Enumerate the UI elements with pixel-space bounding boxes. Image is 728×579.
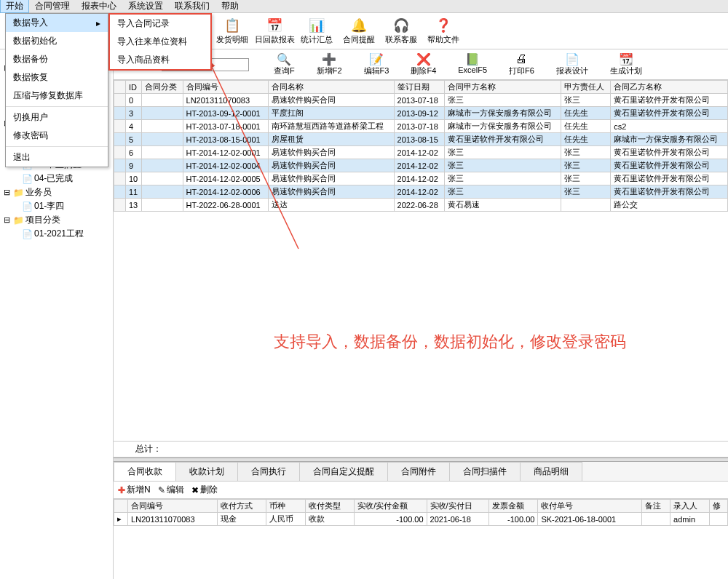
tab-商品明细[interactable]: 商品明细: [520, 462, 582, 481]
tab-合同收款[interactable]: 合同收款: [114, 462, 176, 481]
action-生成计划[interactable]: 📆生成计划: [610, 52, 642, 76]
发货明细-icon: 📋: [224, 17, 240, 33]
expand-icon[interactable]: ⊟: [1, 188, 12, 198]
menu-report[interactable]: 报表中心: [76, 0, 122, 13]
col-header[interactable]: 甲方责任人: [561, 81, 611, 94]
sub-col-header[interactable]: 合同编号: [128, 500, 218, 513]
expand-icon[interactable]: [10, 229, 20, 239]
menu-settings[interactable]: 系统设置: [122, 0, 169, 13]
toolbar-合同提醒[interactable]: 🔔合同提醒: [338, 15, 380, 48]
toolbar-发货明细[interactable]: 📋发货明细: [211, 15, 253, 48]
folder-icon: 📄: [22, 229, 33, 239]
table-row[interactable]: 4HT-2013-07-18-0001南环路慧垣西路等道路桥梁工程2013-07…: [114, 120, 728, 133]
expand-icon[interactable]: [10, 201, 20, 212]
menu-exit[interactable]: 退出: [6, 148, 108, 167]
sub-col-header[interactable]: 实收/实付金额: [355, 500, 427, 513]
menu-backup[interactable]: 数据备份: [6, 50, 108, 68]
plus-icon: ✚: [118, 485, 125, 495]
table-row[interactable]: 5HT-2013-08-15-0001房屋租赁2013-08-15黄石里诺软件开…: [114, 133, 728, 146]
import-product[interactable]: 导入商品资料: [110, 51, 210, 69]
menu-contract[interactable]: 合同管理: [29, 0, 76, 13]
sub-col-header[interactable]: 币种: [266, 500, 305, 513]
toolbar-label: 发货明细: [216, 34, 248, 45]
folder-icon: 📁: [13, 188, 24, 198]
action-ExcelF5[interactable]: 📗ExcelF5: [458, 52, 487, 76]
新增F2-icon: ➕: [322, 52, 336, 65]
toolbar-帮助文件[interactable]: ❓帮助文件: [422, 15, 464, 48]
sub-col-header[interactable]: 发票金额: [488, 500, 537, 513]
col-header[interactable]: 合同分类: [142, 81, 183, 94]
tree-node[interactable]: 📄01-李四: [0, 199, 113, 213]
action-编辑F3[interactable]: 📝编辑F3: [364, 52, 389, 76]
col-header[interactable]: 合同编号: [183, 81, 269, 94]
tree-node[interactable]: ⊟📁项目分类: [0, 213, 113, 227]
col-header[interactable]: 合同甲方名称: [444, 81, 561, 94]
table-row[interactable]: 9HT-2014-12-02-0004易速软件购买合同2014-12-02张三张…: [114, 159, 728, 172]
tree-node[interactable]: ⊟📁业务员: [0, 185, 113, 199]
menu-init[interactable]: 数据初始化: [6, 32, 108, 50]
tab-收款计划[interactable]: 收款计划: [175, 462, 238, 481]
生成计划-icon: 📆: [619, 52, 633, 65]
action-删除F4[interactable]: ❌删除F4: [411, 52, 436, 76]
table-row[interactable]: 6HT-2014-12-02-0001易速软件购买合同2014-12-02张三张…: [114, 146, 728, 159]
action-报表设计[interactable]: 📄报表设计: [556, 52, 588, 76]
action-新增F2[interactable]: ➕新增F2: [317, 52, 342, 76]
sub-add-button[interactable]: ✚新增N: [118, 484, 151, 496]
action-查询F[interactable]: 🔍查询F: [274, 52, 295, 76]
col-header[interactable]: 签订日期: [394, 81, 444, 94]
menu-import[interactable]: 数据导入▸: [6, 14, 108, 32]
action-打印F6[interactable]: 🖨打印F6: [509, 52, 534, 76]
table-row[interactable]: 11HT-2014-12-02-0006易速软件购买合同2014-12-02张三…: [114, 185, 728, 199]
sub-col-header[interactable]: 实收/实付日: [427, 500, 488, 513]
folder-icon: 📄: [22, 201, 33, 212]
编辑F3-icon: 📝: [369, 52, 384, 65]
sub-col-header[interactable]: 收付方式: [217, 500, 266, 513]
toolbar-统计汇总[interactable]: 📊统计汇总: [296, 15, 338, 48]
帮助文件-icon: ❓: [435, 17, 451, 33]
sub-col-header[interactable]: 收付单号: [538, 500, 641, 513]
table-row[interactable]: 10HT-2014-12-02-0005易速软件购买合同2014-12-02张三…: [114, 172, 728, 185]
import-contract[interactable]: 导入合同记录: [110, 15, 210, 33]
tab-合同执行[interactable]: 合同执行: [237, 462, 300, 481]
tab-合同扫描件[interactable]: 合同扫描件: [449, 462, 521, 481]
detail-tabs: 合同收款收款计划合同执行合同自定义提醒合同附件合同扫描件商品明细: [114, 462, 728, 482]
menu-compact[interactable]: 压缩与修复数据库: [6, 87, 108, 105]
menu-change-pwd[interactable]: 修改密码: [6, 127, 108, 145]
import-unit[interactable]: 导入往来单位资料: [110, 33, 210, 51]
expand-icon[interactable]: ⊟: [1, 215, 12, 225]
payment-grid[interactable]: 合同编号收付方式币种收付类型实收/实付金额实收/实付日发票金额收付单号备注录入人…: [114, 499, 728, 579]
col-header[interactable]: 合同乙方名称: [611, 81, 728, 94]
menu-help[interactable]: 帮助: [215, 0, 245, 13]
toolbar-label: 合同提醒: [343, 34, 375, 45]
expand-icon[interactable]: [10, 174, 20, 184]
toolbar-联系客服[interactable]: 🎧联系客服: [380, 15, 422, 48]
sub-toolbar: ✚新增N ✎编辑 ✖删除: [114, 482, 728, 499]
menu-restore[interactable]: 数据恢复: [6, 68, 108, 87]
tree-node[interactable]: 📄04-已完成: [0, 172, 113, 185]
toolbar-label: 联系客服: [385, 34, 417, 45]
table-row[interactable]: 0LN201311070083易速软件购买合同2013-07-18张三张三黄石里…: [114, 94, 728, 107]
payment-row[interactable]: ▸LN201311070083现金人民币收款-100.002021-06-18-…: [114, 513, 728, 526]
tab-合同附件[interactable]: 合同附件: [387, 462, 450, 481]
toolbar-label: 日回款报表: [255, 34, 295, 45]
统计汇总-icon: 📊: [309, 17, 325, 33]
menu-start[interactable]: 开始: [0, 0, 29, 13]
toolbar-label: 帮助文件: [427, 34, 459, 45]
toolbar-日回款报表[interactable]: 📅日回款报表: [253, 15, 296, 48]
sub-col-header[interactable]: 收付类型: [305, 500, 354, 513]
contract-grid[interactable]: ID合同分类合同编号合同名称签订日期合同甲方名称甲方责任人合同乙方名称0LN20…: [114, 80, 728, 441]
sub-col-header[interactable]: 录入人: [670, 500, 709, 513]
sub-delete-button[interactable]: ✖删除: [191, 484, 218, 496]
sub-edit-button[interactable]: ✎编辑: [158, 484, 184, 496]
col-header[interactable]: ID: [126, 81, 142, 94]
col-header[interactable]: 合同名称: [269, 81, 394, 94]
menu-switch-user[interactable]: 切换用户: [6, 108, 108, 127]
tree-node[interactable]: 📄01-2021工程: [0, 227, 113, 241]
menu-contact[interactable]: 联系我们: [169, 0, 215, 13]
sub-col-header[interactable]: 备注: [641, 500, 670, 513]
sub-col-header[interactable]: 修: [709, 500, 728, 513]
summary-row: 总计：: [114, 441, 728, 458]
table-row[interactable]: 13HT-2022-06-28-0001送达2022-06-28黄石易速路公交: [114, 199, 728, 212]
table-row[interactable]: 3HT-2013-09-12-0001平度扛阁2013-09-12麻城市一方保安…: [114, 107, 728, 120]
tab-合同自定义提醒[interactable]: 合同自定义提醒: [299, 462, 388, 481]
